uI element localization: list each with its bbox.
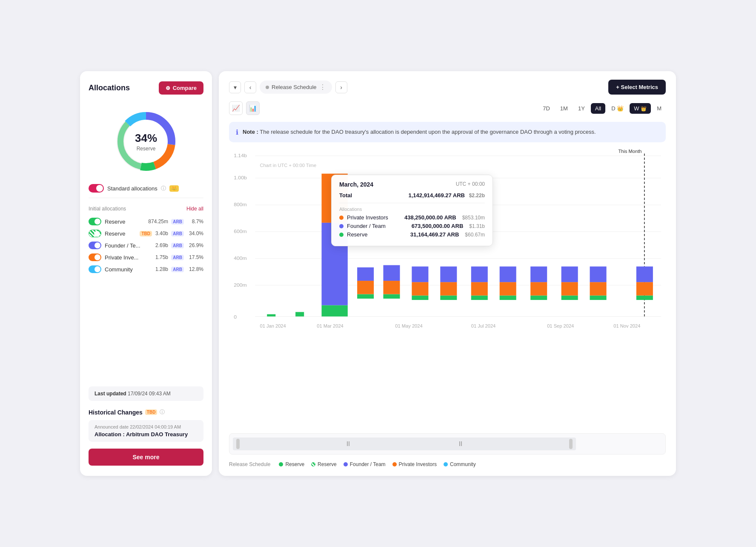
- svg-rect-42: [412, 267, 428, 282]
- time-btn-1m[interactable]: 1M: [556, 103, 572, 114]
- hist-info-icon[interactable]: ⓘ: [160, 409, 165, 416]
- note-icon: ℹ: [236, 128, 238, 136]
- alloc-pct-1: 34.0%: [187, 230, 203, 236]
- line-chart-button[interactable]: 📈: [229, 101, 243, 115]
- alloc-pct-4: 12.8%: [187, 266, 203, 272]
- alloc-name-1: Reserve: [105, 230, 136, 237]
- legend-label-community: Community: [450, 461, 476, 467]
- release-schedule-tab[interactable]: Release Schedule ⋮: [260, 81, 332, 94]
- mini-handle-left[interactable]: [236, 439, 240, 449]
- compare-icon: ⊕: [166, 85, 170, 91]
- svg-rect-33: [321, 305, 347, 317]
- svg-rect-44: [440, 282, 457, 295]
- right-header: ▾ ‹ Release Schedule ⋮ › + Select Metric…: [229, 80, 666, 95]
- note-label: Note :: [243, 129, 258, 135]
- select-metrics-button[interactable]: + Select Metrics: [608, 80, 666, 95]
- svg-rect-40: [412, 296, 428, 300]
- time-btn-all[interactable]: All: [591, 103, 605, 114]
- std-alloc-toggle[interactable]: [89, 184, 104, 193]
- res-name: Reserve: [347, 231, 407, 238]
- svg-rect-61: [636, 296, 653, 300]
- svg-rect-30: [295, 312, 304, 316]
- hide-all-button[interactable]: Hide all: [186, 206, 203, 212]
- pi-name: Private Investors: [347, 214, 401, 221]
- nav-down-button[interactable]: ▾: [229, 81, 241, 93]
- legend-item-reserve: Reserve: [279, 461, 304, 467]
- alloc-toggle-0[interactable]: [89, 218, 101, 225]
- svg-text:01 Nov 2024: 01 Nov 2024: [613, 323, 640, 328]
- svg-rect-38: [383, 281, 400, 294]
- donut-label: Reserve: [135, 146, 157, 152]
- legend-item-reserve-tbd: Reserve: [311, 461, 337, 467]
- time-btn-7d[interactable]: 7D: [538, 103, 554, 114]
- alloc-section-title: Initial allocations: [89, 206, 126, 212]
- nav-forward-button[interactable]: ›: [335, 81, 347, 93]
- info-icon[interactable]: ⓘ: [161, 185, 166, 192]
- tooltip-divider: [339, 203, 485, 203]
- svg-rect-55: [561, 296, 578, 300]
- alloc-toggle-4[interactable]: [89, 265, 101, 273]
- svg-rect-46: [471, 296, 488, 300]
- ft-usd: $1.31b: [469, 223, 485, 229]
- svg-rect-54: [530, 267, 547, 282]
- alloc-toggle-1[interactable]: [89, 230, 101, 237]
- crown-w-icon: 👑: [641, 106, 647, 111]
- line-chart-icon: 📈: [232, 104, 240, 112]
- pi-dot: [339, 216, 344, 220]
- chart-wrapper: 1.14b 1.00b 800m 600m 400m 200m 0 Chart …: [229, 149, 666, 432]
- tooltip-date: March, 2024: [339, 181, 373, 188]
- legend-section-label: Release Schedule: [229, 461, 270, 467]
- mini-handle-right[interactable]: [569, 439, 573, 449]
- tooltip-row: Private Investors 438,250,000.00 ARB $85…: [339, 214, 485, 221]
- nav-back-button[interactable]: ‹: [244, 81, 256, 93]
- mini-slider-bar[interactable]: ⏸ ⏸: [233, 438, 576, 450]
- svg-text:200m: 200m: [234, 282, 247, 288]
- tab-dot: [266, 86, 269, 89]
- mini-pause-left[interactable]: ⏸: [345, 440, 352, 448]
- svg-rect-48: [471, 267, 488, 282]
- svg-rect-50: [500, 282, 516, 295]
- alloc-toggle-3[interactable]: [89, 253, 101, 261]
- legend-label-reserve: Reserve: [285, 461, 304, 467]
- bar-chart-icon: 📊: [249, 104, 257, 112]
- time-btn-1y[interactable]: 1Y: [574, 103, 589, 114]
- svg-text:This Month: This Month: [618, 149, 641, 154]
- alloc-toggle-2[interactable]: [89, 242, 101, 249]
- mini-slider[interactable]: ⏸ ⏸: [229, 434, 665, 454]
- std-alloc-row: Standard allocations ⓘ 👑: [89, 184, 203, 198]
- svg-text:0: 0: [234, 314, 237, 320]
- legend-dot-community: [444, 462, 448, 466]
- right-header-left: ▾ ‹ Release Schedule ⋮ ›: [229, 81, 347, 94]
- hist-date: Announced date 22/02/2024 04:00:19 AM: [94, 424, 198, 429]
- pi-usd: $853.10m: [462, 215, 485, 221]
- compare-button[interactable]: ⊕ Compare: [159, 81, 203, 95]
- time-btn-w[interactable]: W 👑: [630, 103, 651, 114]
- tab-more-icon: ⋮: [319, 83, 326, 91]
- res-val: 31,164,469.27 ARB: [410, 231, 459, 238]
- time-btn-m[interactable]: M: [653, 103, 666, 114]
- see-more-button[interactable]: See more: [89, 449, 203, 466]
- legend-item-community: Community: [444, 461, 476, 467]
- chart-controls: 📈 📊 7D 1M 1Y All D 👑 W 👑 M: [229, 101, 666, 115]
- svg-rect-62: [636, 282, 653, 295]
- mini-pause-right[interactable]: ⏸: [457, 440, 464, 448]
- svg-text:600m: 600m: [234, 228, 247, 234]
- svg-text:01 Sep 2024: 01 Sep 2024: [547, 323, 574, 328]
- list-item: Community 1.28b ARB 12.8%: [89, 265, 203, 273]
- bar-chart-button[interactable]: 📊: [246, 101, 260, 115]
- hist-card: Announced date 22/02/2024 04:00:19 AM Al…: [89, 420, 203, 442]
- donut-center: 34% Reserve: [135, 132, 157, 152]
- time-btn-d[interactable]: D 👑: [607, 103, 628, 114]
- svg-text:01 Mar 2024: 01 Mar 2024: [317, 323, 343, 328]
- donut-chart: 34% Reserve: [89, 107, 203, 176]
- mini-chart[interactable]: ⏸ ⏸: [229, 433, 666, 455]
- legend-dot-reserve-tbd: [311, 462, 315, 466]
- note-text: Note : The release schedule for the DAO …: [243, 128, 596, 136]
- legend-dot-private: [392, 462, 397, 466]
- chevron-down-icon: ▾: [234, 84, 237, 91]
- svg-rect-59: [590, 282, 607, 295]
- alloc-value-3: 1.75b ARB: [155, 254, 184, 260]
- alloc-header: Initial allocations Hide all: [89, 206, 203, 212]
- legend-label-private: Private Investors: [399, 461, 437, 467]
- hist-tbd-badge: TBD: [145, 409, 158, 415]
